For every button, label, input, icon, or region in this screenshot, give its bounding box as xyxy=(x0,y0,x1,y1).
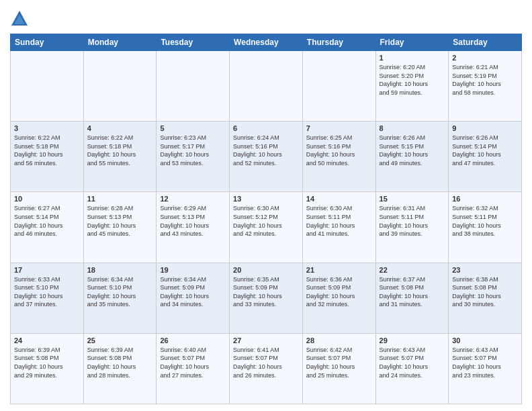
day-number: 14 xyxy=(306,195,372,203)
weekday-header: Thursday xyxy=(302,34,375,51)
calendar-cell: 24Sunrise: 6:39 AM Sunset: 5:08 PM Dayli… xyxy=(11,333,84,404)
calendar-cell: 18Sunrise: 6:34 AM Sunset: 5:10 PM Dayli… xyxy=(83,263,157,333)
weekday-header: Tuesday xyxy=(157,34,230,51)
calendar-cell: 30Sunrise: 6:43 AM Sunset: 5:07 PM Dayli… xyxy=(449,333,522,404)
cell-content: Sunrise: 6:23 AM Sunset: 5:17 PM Dayligh… xyxy=(160,134,226,167)
calendar-cell: 27Sunrise: 6:41 AM Sunset: 5:07 PM Dayli… xyxy=(230,333,303,404)
day-number: 21 xyxy=(306,266,372,274)
cell-content: Sunrise: 6:43 AM Sunset: 5:07 PM Dayligh… xyxy=(380,346,445,379)
cell-content: Sunrise: 6:30 AM Sunset: 5:11 PM Dayligh… xyxy=(306,204,372,238)
calendar-cell: 22Sunrise: 6:37 AM Sunset: 5:08 PM Dayli… xyxy=(375,263,449,333)
calendar: SundayMondayTuesdayWednesdayThursdayFrid… xyxy=(10,34,522,404)
calendar-row: 3Sunrise: 6:22 AM Sunset: 5:18 PM Daylig… xyxy=(11,122,522,192)
day-number: 12 xyxy=(160,195,226,203)
cell-content: Sunrise: 6:34 AM Sunset: 5:09 PM Dayligh… xyxy=(160,275,226,309)
calendar-cell: 21Sunrise: 6:36 AM Sunset: 5:09 PM Dayli… xyxy=(302,263,375,333)
calendar-cell: 1Sunrise: 6:20 AM Sunset: 5:20 PM Daylig… xyxy=(375,51,449,122)
day-number: 10 xyxy=(14,195,80,203)
day-number: 29 xyxy=(380,336,445,345)
calendar-header: SundayMondayTuesdayWednesdayThursdayFrid… xyxy=(11,34,522,51)
calendar-cell: 3Sunrise: 6:22 AM Sunset: 5:18 PM Daylig… xyxy=(11,122,84,192)
day-number: 18 xyxy=(87,266,153,274)
calendar-cell xyxy=(157,51,230,122)
cell-content: Sunrise: 6:25 AM Sunset: 5:16 PM Dayligh… xyxy=(306,134,372,167)
day-number: 24 xyxy=(14,336,80,345)
day-number: 9 xyxy=(452,124,518,132)
cell-content: Sunrise: 6:26 AM Sunset: 5:14 PM Dayligh… xyxy=(452,134,518,167)
weekday-header: Sunday xyxy=(11,34,84,51)
calendar-cell: 17Sunrise: 6:33 AM Sunset: 5:10 PM Dayli… xyxy=(11,263,84,333)
day-number: 1 xyxy=(380,54,445,62)
cell-content: Sunrise: 6:26 AM Sunset: 5:15 PM Dayligh… xyxy=(380,134,445,167)
calendar-cell: 16Sunrise: 6:32 AM Sunset: 5:11 PM Dayli… xyxy=(449,192,522,263)
day-number: 28 xyxy=(306,336,372,345)
cell-content: Sunrise: 6:37 AM Sunset: 5:08 PM Dayligh… xyxy=(380,275,445,309)
cell-content: Sunrise: 6:29 AM Sunset: 5:13 PM Dayligh… xyxy=(160,204,226,238)
calendar-cell: 26Sunrise: 6:40 AM Sunset: 5:07 PM Dayli… xyxy=(157,333,230,404)
day-number: 17 xyxy=(14,266,80,274)
cell-content: Sunrise: 6:33 AM Sunset: 5:10 PM Dayligh… xyxy=(14,275,80,309)
cell-content: Sunrise: 6:31 AM Sunset: 5:11 PM Dayligh… xyxy=(380,204,445,238)
cell-content: Sunrise: 6:39 AM Sunset: 5:08 PM Dayligh… xyxy=(14,346,80,379)
day-number: 26 xyxy=(160,336,226,345)
day-number: 23 xyxy=(452,266,518,274)
calendar-cell: 25Sunrise: 6:39 AM Sunset: 5:08 PM Dayli… xyxy=(83,333,157,404)
calendar-cell: 15Sunrise: 6:31 AM Sunset: 5:11 PM Dayli… xyxy=(375,192,449,263)
calendar-cell: 7Sunrise: 6:25 AM Sunset: 5:16 PM Daylig… xyxy=(302,122,375,192)
day-number: 16 xyxy=(452,195,518,203)
calendar-cell: 9Sunrise: 6:26 AM Sunset: 5:14 PM Daylig… xyxy=(449,122,522,192)
weekday-header: Saturday xyxy=(449,34,522,51)
calendar-cell xyxy=(83,51,157,122)
cell-content: Sunrise: 6:28 AM Sunset: 5:13 PM Dayligh… xyxy=(87,204,153,238)
calendar-cell: 4Sunrise: 6:22 AM Sunset: 5:18 PM Daylig… xyxy=(83,122,157,192)
day-number: 25 xyxy=(87,336,153,345)
calendar-cell: 8Sunrise: 6:26 AM Sunset: 5:15 PM Daylig… xyxy=(375,122,449,192)
day-number: 20 xyxy=(233,266,299,274)
calendar-cell: 28Sunrise: 6:42 AM Sunset: 5:07 PM Dayli… xyxy=(302,333,375,404)
calendar-cell: 23Sunrise: 6:38 AM Sunset: 5:08 PM Dayli… xyxy=(449,263,522,333)
calendar-table: SundayMondayTuesdayWednesdayThursdayFrid… xyxy=(10,34,522,404)
day-number: 15 xyxy=(380,195,445,203)
weekday-header: Friday xyxy=(375,34,449,51)
calendar-row: 24Sunrise: 6:39 AM Sunset: 5:08 PM Dayli… xyxy=(11,333,522,404)
calendar-row: 10Sunrise: 6:27 AM Sunset: 5:14 PM Dayli… xyxy=(11,192,522,263)
cell-content: Sunrise: 6:36 AM Sunset: 5:09 PM Dayligh… xyxy=(306,275,372,309)
logo-icon xyxy=(10,9,29,28)
calendar-cell: 10Sunrise: 6:27 AM Sunset: 5:14 PM Dayli… xyxy=(11,192,84,263)
calendar-cell: 20Sunrise: 6:35 AM Sunset: 5:09 PM Dayli… xyxy=(230,263,303,333)
cell-content: Sunrise: 6:32 AM Sunset: 5:11 PM Dayligh… xyxy=(452,204,518,238)
cell-content: Sunrise: 6:20 AM Sunset: 5:20 PM Dayligh… xyxy=(380,63,445,97)
calendar-cell: 2Sunrise: 6:21 AM Sunset: 5:19 PM Daylig… xyxy=(449,51,522,122)
day-number: 6 xyxy=(233,124,299,132)
calendar-cell xyxy=(11,51,84,122)
calendar-cell: 11Sunrise: 6:28 AM Sunset: 5:13 PM Dayli… xyxy=(83,192,157,263)
cell-content: Sunrise: 6:35 AM Sunset: 5:09 PM Dayligh… xyxy=(233,275,299,309)
day-number: 11 xyxy=(87,195,153,203)
cell-content: Sunrise: 6:40 AM Sunset: 5:07 PM Dayligh… xyxy=(160,346,226,379)
calendar-cell: 14Sunrise: 6:30 AM Sunset: 5:11 PM Dayli… xyxy=(302,192,375,263)
page: SundayMondayTuesdayWednesdayThursdayFrid… xyxy=(0,0,532,411)
cell-content: Sunrise: 6:30 AM Sunset: 5:12 PM Dayligh… xyxy=(233,204,299,238)
cell-content: Sunrise: 6:22 AM Sunset: 5:18 PM Dayligh… xyxy=(14,134,80,167)
weekday-header: Monday xyxy=(83,34,157,51)
day-number: 30 xyxy=(452,336,518,345)
calendar-cell: 19Sunrise: 6:34 AM Sunset: 5:09 PM Dayli… xyxy=(157,263,230,333)
day-number: 19 xyxy=(160,266,226,274)
cell-content: Sunrise: 6:39 AM Sunset: 5:08 PM Dayligh… xyxy=(87,346,153,379)
calendar-cell: 5Sunrise: 6:23 AM Sunset: 5:17 PM Daylig… xyxy=(157,122,230,192)
header xyxy=(10,7,522,28)
day-number: 8 xyxy=(380,124,445,132)
cell-content: Sunrise: 6:38 AM Sunset: 5:08 PM Dayligh… xyxy=(452,275,518,309)
day-number: 22 xyxy=(380,266,445,274)
logo xyxy=(10,9,32,28)
cell-content: Sunrise: 6:24 AM Sunset: 5:16 PM Dayligh… xyxy=(233,134,299,167)
cell-content: Sunrise: 6:27 AM Sunset: 5:14 PM Dayligh… xyxy=(14,204,80,238)
day-number: 5 xyxy=(160,124,226,132)
calendar-cell xyxy=(230,51,303,122)
cell-content: Sunrise: 6:34 AM Sunset: 5:10 PM Dayligh… xyxy=(87,275,153,309)
calendar-cell: 6Sunrise: 6:24 AM Sunset: 5:16 PM Daylig… xyxy=(230,122,303,192)
cell-content: Sunrise: 6:42 AM Sunset: 5:07 PM Dayligh… xyxy=(306,346,372,379)
calendar-cell: 13Sunrise: 6:30 AM Sunset: 5:12 PM Dayli… xyxy=(230,192,303,263)
cell-content: Sunrise: 6:41 AM Sunset: 5:07 PM Dayligh… xyxy=(233,346,299,379)
calendar-row: 17Sunrise: 6:33 AM Sunset: 5:10 PM Dayli… xyxy=(11,263,522,333)
